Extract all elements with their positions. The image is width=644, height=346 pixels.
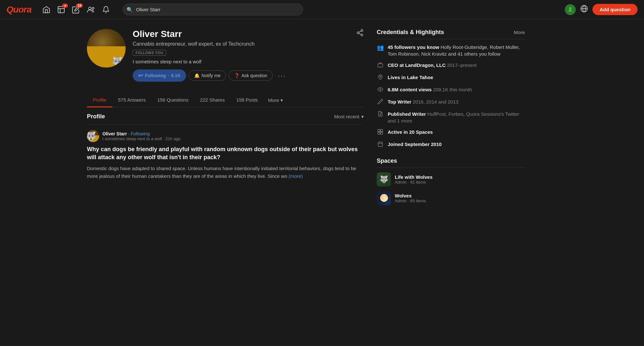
notifications-icon[interactable] — [102, 5, 110, 14]
location-text: Lives in Lake Tahoe — [388, 74, 433, 81]
views-text: 6.8M content views 209.1K this month — [388, 86, 472, 93]
post-follow-status[interactable]: Following — [131, 131, 150, 136]
post-more-link[interactable]: (more) — [289, 173, 303, 179]
navbar: Quora ● 19 — [0, 0, 644, 19]
post-title[interactable]: Why can dogs be friendly and playful wit… — [87, 145, 364, 161]
page-content: Oliver Starr Cannabis entrepreneur, wolf… — [80, 19, 564, 221]
search-input[interactable] — [123, 4, 303, 15]
space-avatar-life-with-wolves: 🐺 — [377, 172, 391, 187]
post-meta-info: Oliver Starr · Following I sometimes sle… — [102, 131, 364, 141]
answers-icon[interactable]: ● — [57, 5, 65, 14]
ask-label: Ask question — [242, 73, 267, 78]
quora-logo[interactable]: Quora — [6, 5, 31, 15]
home-icon[interactable] — [42, 5, 51, 14]
work-icon — [377, 62, 384, 69]
spaces-section: Spaces 🐺 Life with Wolves Admin · 91 ite… — [377, 158, 525, 205]
svg-rect-19 — [381, 130, 383, 132]
sort-chevron-icon: ▾ — [361, 114, 364, 120]
credential-joined: Joined September 2010 — [377, 141, 525, 149]
search-bar: 🔍 — [123, 4, 303, 15]
people-icon[interactable] — [87, 5, 96, 14]
svg-rect-21 — [381, 132, 383, 134]
post-tagline: I sometimes sleep next to a wolf · 21h a… — [102, 136, 364, 141]
followers-icon: 👥 — [377, 44, 384, 51]
svg-rect-13 — [378, 64, 383, 67]
write-badge: 19 — [76, 4, 83, 8]
user-avatar-badge[interactable] — [565, 4, 576, 15]
svg-line-11 — [359, 33, 361, 35]
tab-posts[interactable]: 158 Posts — [231, 93, 264, 107]
post-separator: · — [128, 131, 131, 136]
space-meta-life-with-wolves: Admin · 91 items — [395, 180, 525, 185]
followers-text: 45 followers you know Holly Root-Gutteri… — [388, 44, 525, 57]
profile-bio: Cannabis entrepreneur, wolf expert, ex o… — [133, 41, 364, 47]
search-icon: 🔍 — [127, 6, 133, 13]
credential-published: Published Writer HuffPost, Forbes, Quora… — [377, 111, 525, 124]
space-meta-wolves: Admin · 65 items — [395, 198, 525, 203]
post-time: 21h ago — [166, 136, 181, 141]
svg-point-3 — [89, 7, 91, 10]
profile-info: Oliver Starr Cannabis entrepreneur, wolf… — [133, 29, 364, 82]
post-body: Domestic dogs have adapted to shared spa… — [87, 165, 364, 180]
credentials-section: Credentials & Highlights More 👥 45 follo… — [377, 29, 525, 149]
svg-rect-22 — [378, 142, 383, 147]
profile-tagline: I sometimes sleep next to a wolf — [133, 59, 364, 64]
tab-questions[interactable]: 156 Questions — [151, 93, 194, 107]
post-card: Oliver Starr · Following I sometimes sle… — [87, 124, 364, 185]
location-icon — [377, 74, 384, 82]
notify-button[interactable]: 🔔 Notify me — [189, 70, 226, 81]
answers-badge: ● — [62, 4, 68, 8]
more-options-button[interactable]: ··· — [275, 71, 289, 81]
add-question-button[interactable]: Add question — [592, 4, 638, 15]
post-meta: Oliver Starr · Following I sometimes sle… — [87, 130, 364, 142]
profile-actions: ↩ Following · 8.1K 🔔 Notify me ❓ Ask que… — [133, 69, 364, 82]
svg-point-4 — [92, 7, 94, 9]
spaces-icon — [377, 129, 384, 136]
post-time-separator: · — [163, 136, 166, 141]
section-header: Profile Most recent ▾ — [87, 107, 364, 124]
spaces-text: Active in 20 Spaces — [388, 129, 433, 135]
credential-followers: 👥 45 followers you know Holly Root-Gutte… — [377, 44, 525, 57]
sort-label: Most recent — [334, 114, 359, 119]
following-button[interactable]: ↩ Following · 8.1K — [133, 69, 186, 82]
space-life-with-wolves[interactable]: 🐺 Life with Wolves Admin · 91 items — [377, 172, 525, 187]
write-icon[interactable]: 19 — [72, 5, 80, 14]
calendar-icon — [377, 141, 384, 149]
credential-spaces: Active in 20 Spaces — [377, 129, 525, 136]
credentials-title: Credentials & Highlights — [377, 29, 444, 36]
space-wolves[interactable]: 🌕 Wolves Admin · 65 items — [377, 191, 525, 205]
credentials-more-link[interactable]: More — [514, 30, 525, 35]
joined-text: Joined September 2010 — [388, 141, 442, 148]
credentials-header: Credentials & Highlights More — [377, 29, 525, 36]
sort-button[interactable]: Most recent ▾ — [334, 114, 364, 120]
tab-more[interactable]: More ▾ — [264, 94, 288, 107]
tab-shares[interactable]: 222 Shares — [194, 93, 231, 107]
section-title: Profile — [87, 113, 105, 120]
svg-rect-20 — [378, 132, 380, 134]
views-icon — [377, 86, 384, 94]
svg-point-15 — [380, 89, 381, 90]
post-author-name[interactable]: Oliver Starr — [102, 131, 127, 136]
nav-right: Add question — [565, 4, 638, 15]
credentials-divider — [377, 39, 525, 39]
avatar — [87, 29, 126, 68]
svg-line-12 — [359, 31, 361, 32]
credential-ceo: CEO at LandDragon, LLC 2017–present — [377, 62, 525, 69]
profile-tabs: Profile 575 Answers 156 Questions 222 Sh… — [87, 93, 364, 107]
tab-answers[interactable]: 575 Answers — [112, 93, 152, 107]
credential-location: Lives in Lake Tahoe — [377, 74, 525, 82]
sidebar: Credentials & Highlights More 👥 45 follo… — [377, 29, 525, 214]
share-button[interactable] — [356, 29, 364, 39]
follow-count: 8.1K — [171, 73, 181, 78]
ask-question-button[interactable]: ❓ Ask question — [229, 70, 273, 81]
tab-profile[interactable]: Profile — [87, 93, 112, 107]
spaces-divider — [377, 168, 525, 168]
more-label: More — [268, 97, 279, 103]
bell-icon: 🔔 — [194, 73, 200, 78]
profile-header: Oliver Starr Cannabis entrepreneur, wolf… — [87, 29, 364, 88]
notify-label: Notify me — [202, 73, 221, 78]
space-avatar-wolves: 🌕 — [377, 191, 391, 205]
published-text: Published Writer HuffPost, Forbes, Quora… — [388, 111, 525, 124]
space-info-life-with-wolves: Life with Wolves Admin · 91 items — [395, 174, 525, 185]
language-icon[interactable] — [580, 5, 588, 14]
